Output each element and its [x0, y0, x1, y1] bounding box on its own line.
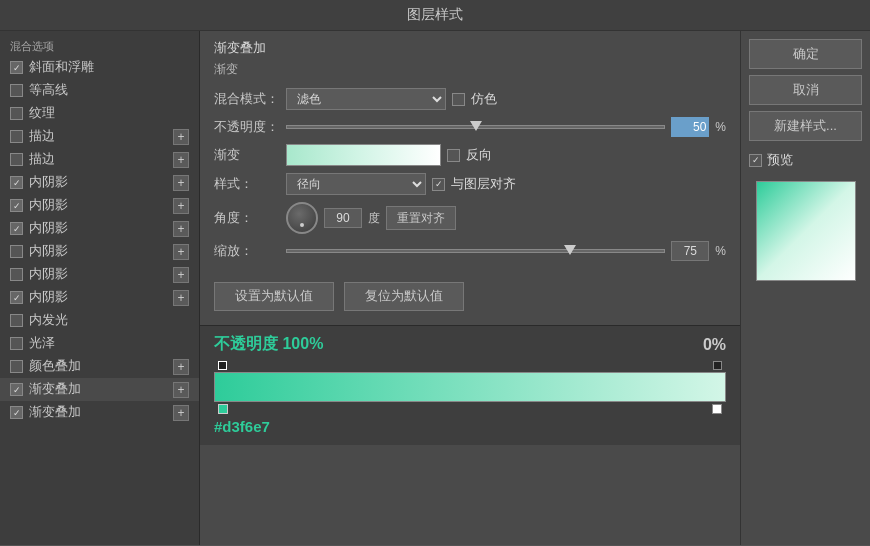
cancel-button[interactable]: 取消 [749, 75, 862, 105]
sidebar-checkbox-gradoverlay2[interactable]: ✓ [10, 406, 23, 419]
align-checkbox[interactable]: ✓ [432, 178, 445, 191]
preview-box [756, 181, 856, 281]
stop-color-marker-left[interactable] [218, 404, 228, 414]
scale-slider-track[interactable] [286, 249, 665, 253]
plus-btn-gradoverlay2[interactable]: + [173, 405, 189, 421]
set-default-button[interactable]: 设置为默认值 [214, 282, 334, 311]
gradient-preview[interactable] [286, 144, 441, 166]
opacity-slider-thumb[interactable] [470, 121, 482, 131]
preview-checkbox[interactable]: ✓ [749, 154, 762, 167]
style-row: 样式： 线性径向角度对称菱形 ✓ 与图层对齐 [214, 173, 726, 195]
stop-marker-top-right[interactable] [713, 361, 722, 370]
plus-btn-stroke2[interactable]: + [173, 152, 189, 168]
sidebar-checkbox-innershadow1[interactable]: ✓ [10, 176, 23, 189]
sidebar-item-innershadow2[interactable]: ✓内阴影+ [0, 194, 199, 217]
sidebar-checkbox-innershadow6[interactable]: ✓ [10, 291, 23, 304]
blend-mode-select[interactable]: 正常溶解变暗正片叠底颜色加深线性加深深色变亮滤色颜色减淡线性减淡浅色叠加柔光强光… [286, 88, 446, 110]
sidebar-item-innershadow4[interactable]: 内阴影+ [0, 240, 199, 263]
plus-btn-gradoverlay1[interactable]: + [173, 382, 189, 398]
sidebar-item-gradoverlay1[interactable]: ✓渐变叠加+ [0, 378, 199, 401]
gradient-bar[interactable] [214, 372, 726, 402]
angle-knob-dot [300, 223, 304, 227]
new-style-button[interactable]: 新建样式... [749, 111, 862, 141]
sidebar-checkbox-contour[interactable] [10, 84, 23, 97]
sidebar-checkbox-gradoverlay1[interactable]: ✓ [10, 383, 23, 396]
sidebar-item-innerglow[interactable]: 内发光 [0, 309, 199, 332]
panel-body: 混合模式： 正常溶解变暗正片叠底颜色加深线性加深深色变亮滤色颜色减淡线性减淡浅色… [200, 84, 740, 272]
sidebar-item-innershadow6[interactable]: ✓内阴影+ [0, 286, 199, 309]
sidebar-label-satin: 光泽 [29, 335, 55, 352]
sidebar-checkbox-stroke1[interactable] [10, 130, 23, 143]
style-label: 样式： [214, 176, 286, 193]
align-label: 与图层对齐 [451, 175, 516, 193]
sidebar-label-bevel: 斜面和浮雕 [29, 59, 94, 76]
sidebar-section-label: 混合选项 [0, 35, 199, 56]
sidebar-item-innershadow5[interactable]: 内阴影+ [0, 263, 199, 286]
angle-knob[interactable] [286, 202, 318, 234]
stop-marker-top-left[interactable] [218, 361, 227, 370]
sidebar-item-gradoverlay2[interactable]: ✓渐变叠加+ [0, 401, 199, 424]
sidebar-checkbox-innershadow5[interactable] [10, 268, 23, 281]
sidebar-checkbox-satin[interactable] [10, 337, 23, 350]
plus-btn-innershadow1[interactable]: + [173, 175, 189, 191]
panel-header: 渐变叠加 [200, 31, 740, 61]
sidebar-label-innershadow4: 内阴影 [29, 243, 68, 260]
sidebar-label-innershadow5: 内阴影 [29, 266, 68, 283]
sidebar-checkbox-innerglow[interactable] [10, 314, 23, 327]
gradient-stops-bottom [214, 404, 726, 414]
angle-row: 角度： 度 重置对齐 [214, 202, 726, 234]
style-select[interactable]: 线性径向角度对称菱形 [286, 173, 426, 195]
degree-label: 度 [368, 210, 380, 227]
reverse-checkbox[interactable] [447, 149, 460, 162]
sidebar-checkbox-innershadow4[interactable] [10, 245, 23, 258]
opacity-row: 不透明度： % [214, 117, 726, 137]
plus-btn-innershadow4[interactable]: + [173, 244, 189, 260]
opacity-label: 不透明度： [214, 119, 286, 136]
simulate-checkbox[interactable] [452, 93, 465, 106]
plus-btn-innershadow2[interactable]: + [173, 198, 189, 214]
preview-checkbox-row: ✓ 预览 [749, 151, 793, 169]
ok-button[interactable]: 确定 [749, 39, 862, 69]
gradient-row: 渐变 反向 [214, 144, 726, 166]
sidebar-checkbox-coloroverlay[interactable] [10, 360, 23, 373]
preview-label: 预览 [767, 151, 793, 169]
gradient-opacity-right: 0% [703, 336, 726, 354]
opacity-percent: % [715, 120, 726, 134]
plus-btn-innershadow3[interactable]: + [173, 221, 189, 237]
sidebar-item-coloroverlay[interactable]: 颜色叠加+ [0, 355, 199, 378]
plus-btn-innershadow5[interactable]: + [173, 267, 189, 283]
sidebar-item-satin[interactable]: 光泽 [0, 332, 199, 355]
sidebar-checkbox-innershadow2[interactable]: ✓ [10, 199, 23, 212]
sidebar-item-contour[interactable]: 等高线 [0, 79, 199, 102]
sidebar-checkbox-texture[interactable] [10, 107, 23, 120]
reset-align-button[interactable]: 重置对齐 [386, 206, 456, 230]
sidebar-item-bevel[interactable]: ✓斜面和浮雕 [0, 56, 199, 79]
opacity-slider-track[interactable] [286, 125, 665, 129]
reset-default-button[interactable]: 复位为默认值 [344, 282, 464, 311]
opacity-input[interactable] [671, 117, 709, 137]
sidebar-item-stroke2[interactable]: 描边+ [0, 148, 199, 171]
plus-btn-stroke1[interactable]: + [173, 129, 189, 145]
sidebar-label-gradoverlay1: 渐变叠加 [29, 381, 81, 398]
scale-percent: % [715, 244, 726, 258]
sidebar-label-contour: 等高线 [29, 82, 68, 99]
sidebar-checkbox-innershadow3[interactable]: ✓ [10, 222, 23, 235]
angle-input[interactable] [324, 208, 362, 228]
sidebar-item-innershadow3[interactable]: ✓内阴影+ [0, 217, 199, 240]
sidebar-item-texture[interactable]: 纹理 [0, 102, 199, 125]
scale-input[interactable] [671, 241, 709, 261]
plus-btn-innershadow6[interactable]: + [173, 290, 189, 306]
sidebar-checkbox-stroke2[interactable] [10, 153, 23, 166]
sidebar-item-innershadow1[interactable]: ✓内阴影+ [0, 171, 199, 194]
scale-slider-thumb[interactable] [564, 245, 576, 255]
plus-btn-coloroverlay[interactable]: + [173, 359, 189, 375]
stop-color-marker-right[interactable] [712, 404, 722, 414]
gradient-editor-area: 不透明度 100% 0% #d3f6e7 [200, 325, 740, 445]
sidebar-item-stroke1[interactable]: 描边+ [0, 125, 199, 148]
scale-row: 缩放： % [214, 241, 726, 261]
sidebar-label-innershadow3: 内阴影 [29, 220, 68, 237]
gradient-opacity-row: 不透明度 100% 0% [214, 334, 726, 355]
right-panel: 确定 取消 新建样式... ✓ 预览 [740, 31, 870, 545]
sidebar-checkbox-bevel[interactable]: ✓ [10, 61, 23, 74]
sidebar-label-innershadow1: 内阴影 [29, 174, 68, 191]
